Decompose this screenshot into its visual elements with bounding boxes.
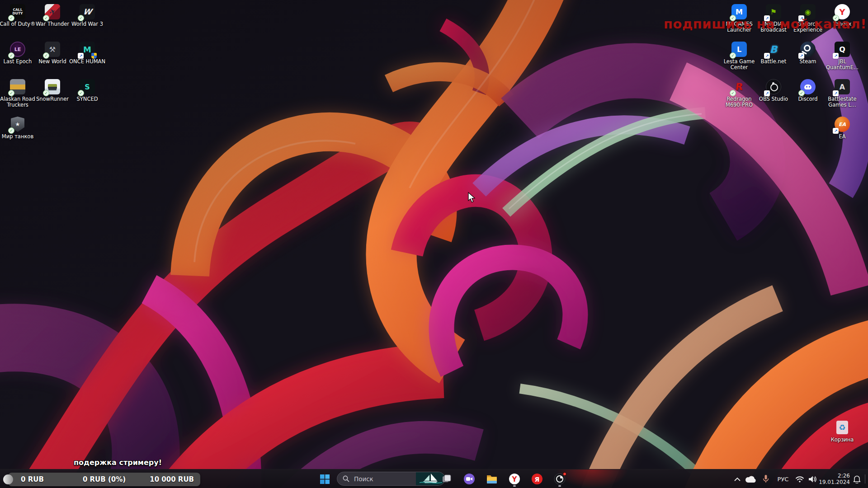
desktop-icon-label: Discord bbox=[789, 96, 827, 102]
volume-icon bbox=[808, 475, 817, 483]
recycle-bin-glyph: ♻ bbox=[839, 423, 845, 432]
desktop-icon-jbl-quantum[interactable]: Q↗JBL QuantumE... bbox=[825, 41, 860, 70]
recycle-bin-icon: ♻ bbox=[834, 419, 850, 436]
ea-icon: EA↗ bbox=[834, 116, 850, 132]
lesta-game-center-icon: L✓ bbox=[731, 41, 747, 57]
onedrive-button[interactable] bbox=[744, 469, 758, 488]
desktop-icon-lesta-game-center[interactable]: L✓Lesta Game Center bbox=[722, 41, 757, 70]
file-explorer-icon bbox=[486, 473, 498, 485]
running-indicator bbox=[513, 485, 516, 487]
task-view-button[interactable] bbox=[438, 471, 456, 487]
desktop-icon-mir-tankov[interactable]: ★✓Мир танков bbox=[0, 116, 35, 140]
check-badge-icon: ✓ bbox=[8, 15, 14, 21]
discord-icon: ✓ bbox=[800, 79, 816, 95]
desktop-icon-once-human[interactable]: M↗ONCE HUMAN bbox=[70, 41, 105, 65]
desktop-icon-last-epoch[interactable]: LE✓Last Epoch bbox=[0, 41, 35, 65]
yandex-glyph: Y bbox=[839, 7, 845, 17]
svg-text:Я: Я bbox=[535, 476, 540, 483]
check-badge-icon: ✓ bbox=[798, 90, 805, 96]
once-human-glyph: M bbox=[83, 45, 91, 54]
onedrive-cloud-icon bbox=[745, 475, 757, 483]
wifi-icon bbox=[795, 476, 804, 483]
desktop-icon-obs-studio-desktop[interactable]: ↗OBS Studio bbox=[756, 79, 791, 102]
lesta-game-center-glyph: L bbox=[737, 45, 741, 54]
channel-promo-text: подпишись на мой канал! bbox=[664, 16, 867, 32]
steam-icon: ↗ bbox=[800, 41, 816, 57]
check-badge-icon: ✓ bbox=[78, 15, 84, 21]
wifi-button[interactable] bbox=[794, 469, 806, 488]
desktop-icon-redragon-m690[interactable]: R✓Redragon M690-PRO bbox=[722, 79, 757, 108]
desktop-icon-label: New World bbox=[33, 59, 71, 65]
yandex-app-button[interactable]: Я bbox=[528, 471, 546, 487]
notifications-button[interactable] bbox=[851, 469, 863, 488]
obs-studio-button[interactable] bbox=[551, 471, 569, 487]
windows-desktop: подпишись на мой канал! CALL DUTY✓Call o… bbox=[0, 0, 868, 488]
recycle-bin-tile: ♻ bbox=[836, 421, 848, 434]
desktop-icon-recycle-bin[interactable]: ♻Корзина bbox=[825, 419, 860, 443]
new-world-icon: ⚒✓ bbox=[44, 41, 61, 57]
shortcut-arrow-badge-icon: ↗ bbox=[833, 53, 839, 59]
desktop-icon-ea[interactable]: EA↗EA bbox=[825, 116, 860, 140]
microphone-button[interactable] bbox=[760, 469, 771, 488]
tray-time: 2:26 bbox=[816, 473, 850, 479]
running-indicator bbox=[558, 485, 561, 487]
show-desktop-button[interactable] bbox=[865, 474, 868, 483]
windows-logo-icon bbox=[320, 474, 330, 484]
desktop-icon-label: Last Epoch bbox=[0, 59, 37, 65]
shortcut-arrow-badge-icon: ↗ bbox=[764, 90, 770, 96]
desktop-icon-alaskan-road-truckers[interactable]: ✓Alaskan Road Truckers bbox=[0, 79, 35, 108]
svg-text:Y: Y bbox=[512, 475, 518, 483]
task-view-icon bbox=[442, 474, 452, 484]
call-of-duty-icon: CALL DUTY✓ bbox=[9, 4, 26, 20]
desktop-icon-world-war-3[interactable]: W✓World War 3 bbox=[70, 4, 105, 27]
battlestate-games-icon: A↗ bbox=[834, 79, 850, 95]
language-indicator[interactable]: РУС bbox=[773, 469, 793, 488]
wallpaper bbox=[0, 0, 868, 488]
desktop-icon-battlenet[interactable]: B↗Battle.net bbox=[756, 41, 791, 65]
yandex-app-icon: Я bbox=[531, 473, 543, 485]
synced-icon: S✓ bbox=[79, 79, 95, 95]
search-placeholder: Поиск bbox=[354, 475, 416, 483]
desktop-icon-label: Battlestate Games L... bbox=[823, 96, 861, 108]
jbl-quantum-icon: Q↗ bbox=[834, 41, 850, 57]
chat-button[interactable] bbox=[460, 471, 478, 487]
desktop-icon-label: Корзина bbox=[823, 437, 861, 443]
desktop-icon-synced[interactable]: S✓SYNCED bbox=[70, 79, 105, 102]
start-button[interactable] bbox=[316, 471, 334, 487]
donation-progress-bar: 0 RUB 0 RUB (0%) 10 000 RUB bbox=[8, 473, 200, 486]
redragon-m690-icon: R✓ bbox=[731, 79, 747, 95]
desktop-icon-discord[interactable]: ✓Discord bbox=[790, 79, 826, 102]
language-label: РУС bbox=[778, 476, 789, 483]
battlestate-games-glyph: A bbox=[840, 83, 845, 91]
desktop-icon-label: Battle.net bbox=[755, 59, 793, 65]
file-explorer-button[interactable] bbox=[483, 471, 501, 487]
redragon-m690-glyph: R bbox=[735, 81, 744, 92]
mygames-launcher-glyph: M bbox=[736, 8, 743, 16]
tray-chevron-button[interactable] bbox=[732, 469, 742, 488]
desktop-icon-battlestate-games[interactable]: A↗Battlestate Games L... bbox=[825, 79, 860, 108]
donation-title: подержка стримеру! bbox=[74, 458, 162, 467]
notification-dot bbox=[563, 472, 566, 476]
search-input[interactable]: Поиск bbox=[337, 472, 445, 486]
last-epoch-icon: LE✓ bbox=[9, 41, 26, 57]
world-war-3-icon: W✓ bbox=[79, 4, 95, 20]
ea-glyph: EA bbox=[839, 122, 846, 127]
desktop-icon-steam[interactable]: ↗Steam bbox=[790, 41, 826, 65]
snowrunner-icon: ✓ bbox=[44, 79, 61, 95]
desktop-icon-call-of-duty[interactable]: CALL DUTY✓Call of Duty® bbox=[0, 4, 35, 27]
search-icon bbox=[343, 475, 349, 482]
geforce-experience-glyph: ◉ bbox=[805, 8, 811, 16]
desktop-icon-label: JBL QuantumE... bbox=[823, 59, 861, 70]
yandex-browser-button[interactable]: Y bbox=[505, 471, 524, 487]
clock[interactable]: 2:26 19.01.2024 bbox=[816, 469, 850, 488]
donation-progress: 0 RUB (0%) bbox=[8, 475, 200, 483]
desktop-icon-label: EA bbox=[823, 134, 861, 140]
check-badge-icon: ✓ bbox=[730, 90, 736, 96]
mir-tankov-icon: ★✓ bbox=[9, 116, 26, 132]
check-badge-icon: ✓ bbox=[8, 52, 14, 59]
desktop-icon-label: SYNCED bbox=[68, 96, 106, 102]
desktop-icon-war-thunder[interactable]: ✈✓War Thunder bbox=[35, 4, 70, 27]
mir-tankov-glyph: ★ bbox=[15, 121, 20, 127]
desktop-icon-new-world[interactable]: ⚒✓New World bbox=[35, 41, 70, 65]
desktop-icon-snowrunner[interactable]: ✓SnowRunner bbox=[35, 79, 70, 102]
